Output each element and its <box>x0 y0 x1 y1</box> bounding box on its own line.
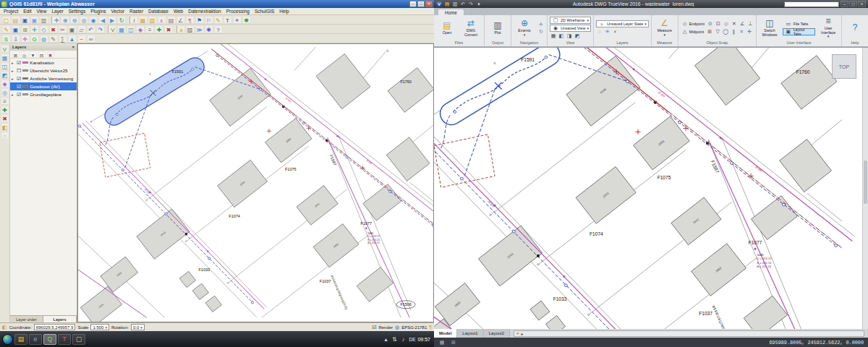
add-raster-layer-icon[interactable]: ▦ <box>1 53 9 61</box>
schulgis-tool-icon[interactable]: S <box>2 35 11 43</box>
toggle-editing-icon[interactable]: ✎ <box>2 25 11 33</box>
layer-state-combo[interactable]: ≈ Unsaved Layer State <box>596 20 649 27</box>
user-interface-button[interactable]: ≡ User Interface <box>817 16 839 39</box>
panel-close-icon[interactable] <box>72 45 75 49</box>
qgis-menu-13[interactable]: Help <box>279 9 289 14</box>
pan-icon[interactable]: ✛ <box>537 21 545 27</box>
view-front-icon[interactable]: ◨ <box>566 33 573 39</box>
expander-icon[interactable] <box>12 69 15 73</box>
add-feature-icon[interactable]: ⊞ <box>21 25 30 33</box>
raster-calc-icon[interactable]: ∑ <box>59 35 67 43</box>
georeferencer-icon[interactable]: ✛ <box>21 35 30 43</box>
qat-redo-icon[interactable]: ↷ <box>468 1 475 7</box>
tab-layer-order[interactable]: Layer order <box>10 316 43 322</box>
measure-button[interactable]: ∠ Measure <box>654 18 676 37</box>
language-indicator[interactable]: DE <box>409 337 415 342</box>
redo-icon[interactable]: ↷ <box>96 25 105 33</box>
open-button[interactable]: ▤ Open <box>436 20 458 35</box>
model-space-icon[interactable]: ▦ <box>438 339 446 346</box>
identify-icon[interactable]: i <box>129 16 138 24</box>
select-expression-icon[interactable]: ε <box>158 16 166 24</box>
switch-windows-button[interactable]: ◫ Switch Windows <box>759 18 780 37</box>
tab-home[interactable]: Home <box>438 9 464 15</box>
delete-selected-icon[interactable]: ✖ <box>49 25 58 33</box>
labeling-icon[interactable]: a <box>176 25 185 33</box>
snap-insertion-icon[interactable]: ⊞ <box>706 28 713 35</box>
save-edits-icon[interactable]: ▣ <box>12 25 20 33</box>
select-icon[interactable]: ▦ <box>139 16 148 24</box>
new-bookmark-icon[interactable]: ⚑ <box>195 16 204 24</box>
daten-export-icon[interactable]: ⇩ <box>12 35 20 43</box>
view-top-icon[interactable]: ▦ <box>550 33 557 39</box>
add-csv-icon[interactable]: ≡ <box>1 97 9 105</box>
snap-quadrant-icon[interactable]: ◇ <box>723 20 730 27</box>
qgis-menu-4[interactable]: Settings <box>69 9 86 14</box>
named-view-combo[interactable]: ◉ Unsaved View <box>550 25 591 32</box>
annotation-tool-icon[interactable]: ✎ <box>49 35 58 43</box>
join-tool-icon[interactable]: ∞ <box>87 35 95 43</box>
command-bar[interactable]: × ▸ <box>514 330 864 337</box>
grass-icon[interactable]: G <box>30 35 39 43</box>
new-project-icon[interactable]: ▢ <box>2 16 11 24</box>
epsg-code[interactable]: EPSG:21781 <box>401 325 427 330</box>
move-feature-icon[interactable]: ✛ <box>30 25 39 33</box>
layout-tabs-button[interactable]: ▣ Layout Tabs <box>783 28 815 35</box>
profile-tool-icon[interactable]: ~ <box>77 35 86 43</box>
layer-checkbox[interactable]: ☑ <box>17 84 21 90</box>
start-button[interactable] <box>2 334 13 345</box>
layer-opacity-icon[interactable]: ▨ <box>186 25 195 33</box>
add-postgis-icon[interactable]: ◫ <box>127 25 135 33</box>
taskbar-browser-icon[interactable]: e <box>29 334 42 345</box>
layer-checkbox[interactable]: ☑ <box>17 92 21 98</box>
close-button[interactable]: × <box>425 1 433 7</box>
layer-isolate-icon[interactable]: ◐ <box>612 28 619 35</box>
extents-button[interactable]: ⊕ Extents <box>514 18 535 37</box>
visual-style-combo[interactable]: ▢ 2D Wireframe <box>550 17 591 24</box>
file-tabs-button[interactable]: ▭ File Tabs <box>783 20 815 27</box>
pan-map-icon[interactable]: ✛ <box>51 16 60 24</box>
node-tool-icon[interactable]: ◇ <box>40 25 48 33</box>
tray-show-hidden-icon[interactable]: ▴ <box>383 335 389 343</box>
rotation-spinner[interactable]: 0.0 <box>131 324 145 330</box>
add-spatialite-icon[interactable]: ◩ <box>1 71 9 79</box>
taskbar-explorer-icon[interactable]: ▤ <box>14 334 27 345</box>
deselect-icon[interactable]: ▧ <box>148 16 157 24</box>
layer-item-kanalisation[interactable]: ☑ Kanalisation <box>10 59 77 67</box>
qat-open-icon[interactable]: ▤ <box>444 1 451 7</box>
snap-tangent-icon[interactable]: ◯ <box>722 28 729 35</box>
qat-undo-icon[interactable]: ↶ <box>460 1 467 7</box>
tab-layout2[interactable]: Layout2 <box>484 329 510 338</box>
add-raster-icon[interactable]: ▦ <box>117 25 126 33</box>
expander-icon[interactable] <box>12 77 15 81</box>
help-icon[interactable]: ? <box>214 25 223 33</box>
qgis-menu-10[interactable]: Datenextraktion <box>188 9 221 14</box>
map-tips-icon[interactable]: ¶ <box>186 16 195 24</box>
scale-combo[interactable]: 1:500 <box>90 324 109 330</box>
add-wms-icon[interactable]: ◈ <box>136 25 145 33</box>
snap-nearest-icon[interactable]: ▽ <box>714 28 721 35</box>
zoom-layer-icon[interactable]: ◉ <box>89 16 98 24</box>
zoom-next-icon[interactable]: ▶ <box>108 16 116 24</box>
view-iso-icon[interactable]: ◧ <box>558 33 565 39</box>
clock[interactable]: 09:57 <box>417 337 430 342</box>
plugin-icon[interactable]: ✱ <box>242 16 251 24</box>
snap-intersection-icon[interactable]: ✕ <box>731 20 738 27</box>
expander-icon[interactable] <box>12 93 15 97</box>
messages-icon[interactable]: ¶ <box>429 324 432 330</box>
add-vector-icon[interactable]: V <box>108 25 116 33</box>
add-wfs-layer-icon[interactable]: ◎ <box>1 88 9 96</box>
qgis-menu-9[interactable]: Web <box>174 9 183 14</box>
catalog-icon[interactable]: ◌ <box>1 132 9 140</box>
layer-item-uebersicht[interactable]: ☐ Übersicht Vektor25 <box>10 67 77 74</box>
snap-perpendicular-icon[interactable]: ⊥ <box>746 20 754 27</box>
add-postgis-layer-icon[interactable]: ◫ <box>1 62 9 70</box>
plot-button[interactable]: ▥ Plot <box>487 20 509 35</box>
remove-layer-icon[interactable]: ✖ <box>164 25 173 33</box>
cut-icon[interactable]: ✂ <box>59 25 67 33</box>
save-project-icon[interactable]: ▣ <box>21 16 30 24</box>
attribute-table-icon[interactable]: ▤ <box>167 16 176 24</box>
qgis-menu-1[interactable]: Edit <box>23 9 31 14</box>
new-layer-icon[interactable]: ✚ <box>1 106 9 113</box>
interpolation-icon[interactable]: ▲ <box>68 35 77 43</box>
qgis-menu-8[interactable]: Database <box>148 9 169 14</box>
